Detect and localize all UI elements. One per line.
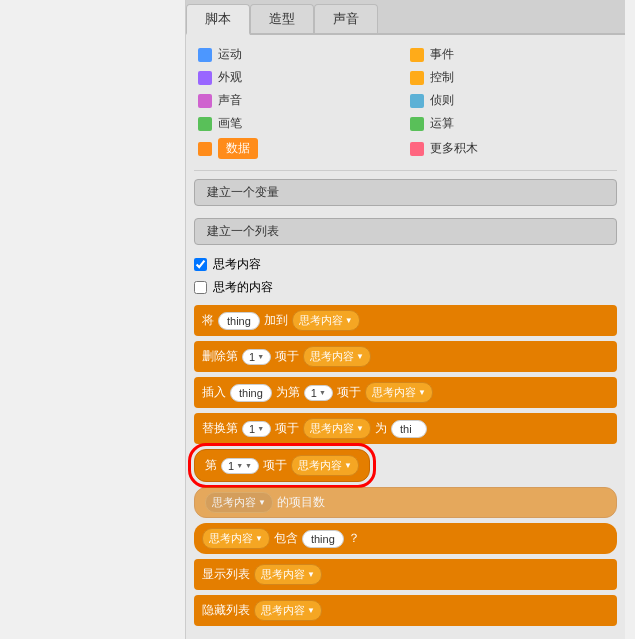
cat-data[interactable]: 数据: [194, 135, 406, 162]
cat-control-label: 控制: [430, 69, 454, 86]
block-replace-middle2: 为: [375, 420, 387, 437]
block-contains-middle: 包含: [274, 530, 298, 547]
cat-sound-label: 声音: [218, 92, 242, 109]
block-add-to-list[interactable]: 将 thing 加到 思考内容: [194, 305, 617, 336]
block-length-of-list[interactable]: 思考内容 的项目数: [194, 487, 617, 518]
cat-motion[interactable]: 运动: [194, 43, 406, 66]
cat-sound[interactable]: 声音: [194, 89, 406, 112]
block-item-list-dropdown[interactable]: 思考内容: [291, 455, 359, 476]
create-list-row: 建立一个列表: [186, 214, 625, 253]
divider-1: [194, 170, 617, 171]
block-replace-in-list[interactable]: 替换第 1 项于 思考内容 为 thi: [194, 413, 617, 444]
cat-sound-dot: [198, 94, 212, 108]
cat-control-dot: [410, 71, 424, 85]
cat-data-dot: [198, 142, 212, 156]
checkbox-think-content2-input[interactable]: [194, 281, 207, 294]
cat-pen-dot: [198, 117, 212, 131]
block-hide-list-dropdown[interactable]: 思考内容: [254, 600, 322, 621]
block-contains-suffix: ？: [348, 530, 360, 547]
block-add-thing[interactable]: thing: [218, 312, 260, 330]
cat-events-label: 事件: [430, 46, 454, 63]
cat-operators-label: 运算: [430, 115, 454, 132]
block-list-contains[interactable]: 思考内容 包含 thing ？: [194, 523, 617, 554]
block-item-of-list[interactable]: 第 1▼ 项于 思考内容: [194, 449, 370, 482]
block-delete-num[interactable]: 1: [242, 349, 271, 365]
block-insert-into-list[interactable]: 插入 thing 为第 1 项于 思考内容: [194, 377, 617, 408]
main-container: 连云 少儿编程 SCRATCH 脚本 造型 声音 运动 事件 外观: [0, 0, 635, 639]
cat-more-dot: [410, 142, 424, 156]
block-length-suffix: 的项目数: [277, 494, 325, 511]
block-add-list-dropdown[interactable]: 思考内容: [292, 310, 360, 331]
cat-data-label: 数据: [218, 138, 258, 159]
block-insert-num[interactable]: 1: [304, 385, 333, 401]
block-show-list-dropdown[interactable]: 思考内容: [254, 564, 322, 585]
block-hide-prefix: 隐藏列表: [202, 602, 250, 619]
block-item-prefix: 第: [205, 457, 217, 474]
block-replace-middle1: 项于: [275, 420, 299, 437]
block-replace-num[interactable]: 1: [242, 421, 271, 437]
block-show-list[interactable]: 显示列表 思考内容: [194, 559, 617, 590]
block-replace-list-dropdown[interactable]: 思考内容: [303, 418, 371, 439]
cat-more-label: 更多积木: [430, 140, 478, 157]
cat-looks-dot: [198, 71, 212, 85]
block-delete-prefix: 删除第: [202, 348, 238, 365]
block-replace-prefix: 替换第: [202, 420, 238, 437]
cat-more[interactable]: 更多积木: [406, 135, 618, 162]
cat-sensing-dot: [410, 94, 424, 108]
cat-control[interactable]: 控制: [406, 66, 618, 89]
block-insert-middle2: 项于: [337, 384, 361, 401]
checkbox-think-content2-label: 思考的内容: [213, 279, 273, 296]
checkbox-think-content-label: 思考内容: [213, 256, 261, 273]
cat-pen[interactable]: 画笔: [194, 112, 406, 135]
checkbox-think-content2: 思考的内容: [186, 276, 625, 299]
tabs: 脚本 造型 声音: [186, 0, 625, 35]
block-insert-prefix: 插入: [202, 384, 226, 401]
block-show-prefix: 显示列表: [202, 566, 250, 583]
tab-script[interactable]: 脚本: [186, 4, 250, 35]
cat-operators-dot: [410, 117, 424, 131]
block-item-middle: 项于: [263, 457, 287, 474]
cat-looks-label: 外观: [218, 69, 242, 86]
checkbox-think-content-input[interactable]: [194, 258, 207, 271]
cat-looks[interactable]: 外观: [194, 66, 406, 89]
panel: 脚本 造型 声音 运动 事件 外观 控制 声音: [185, 0, 625, 639]
cat-motion-label: 运动: [218, 46, 242, 63]
block-insert-thing[interactable]: thing: [230, 384, 272, 402]
block-delete-list-dropdown[interactable]: 思考内容: [303, 346, 371, 367]
cat-motion-dot: [198, 48, 212, 62]
categories-grid: 运动 事件 外观 控制 声音 侦则: [186, 35, 625, 166]
block-insert-list-dropdown[interactable]: 思考内容: [365, 382, 433, 403]
tab-sound[interactable]: 声音: [314, 4, 378, 33]
checkbox-think-content: 思考内容: [186, 253, 625, 276]
cat-events-dot: [410, 48, 424, 62]
create-list-button[interactable]: 建立一个列表: [194, 218, 617, 245]
block-hide-list[interactable]: 隐藏列表 思考内容: [194, 595, 617, 626]
block-replace-value[interactable]: thi: [391, 420, 427, 438]
blocks-area: 将 thing 加到 思考内容 删除第 1 项于 思考内容 插入 thing 为…: [186, 299, 625, 632]
block-add-prefix: 将: [202, 312, 214, 329]
cat-pen-label: 画笔: [218, 115, 242, 132]
cat-operators[interactable]: 运算: [406, 112, 618, 135]
create-var-button[interactable]: 建立一个变量: [194, 179, 617, 206]
block-length-list-dropdown[interactable]: 思考内容: [205, 492, 273, 513]
block-insert-middle1: 为第: [276, 384, 300, 401]
block-contains-list-dropdown[interactable]: 思考内容: [202, 528, 270, 549]
block-add-middle: 加到: [264, 312, 288, 329]
create-var-row: 建立一个变量: [186, 175, 625, 214]
tab-costume[interactable]: 造型: [250, 4, 314, 33]
cat-sensing-label: 侦则: [430, 92, 454, 109]
block-contains-value[interactable]: thing: [302, 530, 344, 548]
block-item-num[interactable]: 1▼: [221, 458, 259, 474]
block-delete-middle: 项于: [275, 348, 299, 365]
cat-events[interactable]: 事件: [406, 43, 618, 66]
block-delete-from-list[interactable]: 删除第 1 项于 思考内容: [194, 341, 617, 372]
cat-sensing[interactable]: 侦则: [406, 89, 618, 112]
